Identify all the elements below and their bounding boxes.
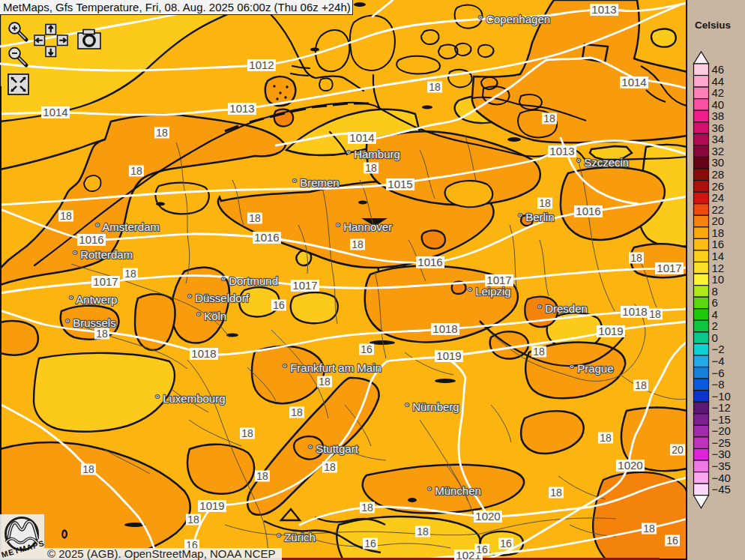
svg-text:46: 46 — [712, 63, 725, 76]
svg-text:° Frankfurt am Main: ° Frankfurt am Main — [283, 361, 381, 374]
svg-text:16: 16 — [476, 544, 488, 556]
svg-text:18: 18 — [429, 81, 441, 93]
svg-text:1014: 1014 — [43, 106, 67, 118]
svg-text:16: 16 — [666, 535, 678, 547]
svg-text:44: 44 — [712, 75, 725, 88]
svg-text:10: 10 — [712, 273, 725, 286]
svg-text:1018: 1018 — [432, 322, 457, 335]
svg-text:40: 40 — [712, 98, 725, 111]
svg-text:6: 6 — [712, 296, 718, 309]
svg-text:° Leipzig: ° Leipzig — [468, 285, 511, 298]
svg-text:° Brussels: ° Brussels — [65, 316, 116, 329]
svg-text:38: 38 — [712, 109, 725, 122]
svg-text:° Copenhagen: ° Copenhagen — [478, 13, 550, 25]
svg-text:° Luxembourg: ° Luxembourg — [155, 392, 226, 405]
svg-text:18: 18 — [365, 162, 377, 174]
svg-text:° Dortmund: ° Dortmund — [221, 274, 278, 287]
svg-text:° Zürich: ° Zürich — [277, 531, 316, 544]
svg-text:18: 18 — [96, 328, 108, 340]
svg-text:12: 12 — [712, 262, 725, 274]
svg-text:1019: 1019 — [199, 499, 224, 512]
svg-text:−40: −40 — [712, 472, 731, 484]
svg-text:18: 18 — [82, 463, 94, 475]
svg-text:° München: ° München — [427, 484, 481, 497]
svg-text:−45: −45 — [712, 483, 731, 496]
svg-text:24: 24 — [712, 191, 725, 204]
svg-text:1016: 1016 — [79, 233, 103, 246]
svg-text:18: 18 — [635, 379, 647, 391]
svg-text:1019: 1019 — [436, 349, 461, 362]
svg-text:° Antwerp: ° Antwerp — [69, 293, 117, 306]
svg-text:° Dresden: ° Dresden — [537, 302, 588, 315]
svg-text:18: 18 — [60, 210, 72, 222]
svg-text:1016: 1016 — [417, 256, 442, 268]
svg-text:18: 18 — [600, 432, 612, 444]
svg-text:18: 18 — [291, 406, 303, 418]
svg-text:8: 8 — [712, 285, 718, 298]
svg-text:18: 18 — [550, 487, 562, 499]
svg-text:30: 30 — [712, 156, 725, 169]
svg-text:22: 22 — [712, 203, 725, 216]
svg-text:−20: −20 — [712, 424, 731, 437]
svg-text:1020: 1020 — [618, 459, 642, 472]
svg-text:1018: 1018 — [622, 305, 647, 318]
svg-text:1015: 1015 — [387, 178, 412, 190]
svg-text:16: 16 — [364, 538, 376, 550]
svg-text:18: 18 — [361, 502, 373, 514]
svg-text:16: 16 — [500, 538, 512, 550]
svg-text:16: 16 — [712, 238, 725, 250]
svg-text:34: 34 — [712, 133, 725, 145]
svg-text:18: 18 — [130, 165, 142, 177]
svg-text:20: 20 — [712, 214, 725, 227]
svg-text:−25: −25 — [712, 436, 731, 449]
svg-text:18: 18 — [187, 514, 199, 526]
svg-text:18: 18 — [249, 212, 261, 224]
svg-text:26: 26 — [712, 180, 725, 193]
svg-text:° Berlin: ° Berlin — [518, 211, 555, 223]
svg-text:° Amsterdam: ° Amsterdam — [95, 220, 160, 233]
svg-text:18: 18 — [643, 523, 655, 535]
svg-text:° Nürnberg: ° Nürnberg — [405, 400, 459, 413]
svg-text:1013: 1013 — [591, 3, 616, 16]
svg-text:° Szczecin: ° Szczecin — [576, 156, 629, 169]
svg-text:18: 18 — [156, 127, 168, 139]
svg-text:1017: 1017 — [292, 279, 317, 292]
svg-text:18: 18 — [417, 526, 429, 538]
svg-text:° Hamburg: ° Hamburg — [346, 148, 400, 160]
svg-text:18: 18 — [256, 470, 268, 482]
svg-text:−12: −12 — [712, 401, 731, 414]
svg-text:18: 18 — [124, 268, 136, 280]
svg-text:36: 36 — [712, 121, 725, 134]
svg-text:1014: 1014 — [621, 76, 646, 88]
svg-text:18: 18 — [712, 226, 725, 239]
svg-text:1018: 1018 — [191, 347, 216, 360]
svg-text:−2: −2 — [712, 343, 725, 355]
svg-text:20: 20 — [672, 444, 684, 456]
svg-text:0: 0 — [712, 331, 718, 344]
svg-text:2: 2 — [712, 319, 718, 332]
svg-text:° Prague: ° Prague — [570, 362, 614, 375]
svg-text:4: 4 — [712, 308, 718, 321]
svg-text:18: 18 — [539, 197, 551, 209]
svg-text:1019: 1019 — [598, 325, 623, 337]
svg-text:18: 18 — [630, 252, 642, 264]
svg-text:18: 18 — [352, 238, 364, 250]
svg-text:18: 18 — [324, 461, 336, 473]
svg-text:−6: −6 — [712, 367, 725, 379]
svg-text:16: 16 — [273, 299, 285, 311]
svg-text:1012: 1012 — [249, 58, 274, 71]
svg-text:18: 18 — [649, 308, 661, 320]
svg-text:° Stuttgart: ° Stuttgart — [308, 442, 359, 455]
svg-text:−35: −35 — [712, 460, 731, 472]
svg-text:16: 16 — [361, 343, 372, 355]
svg-text:32: 32 — [712, 145, 725, 157]
svg-text:° Düsseldorf: ° Düsseldorf — [187, 292, 250, 304]
svg-text:1017: 1017 — [657, 262, 681, 274]
svg-text:° Bremen: ° Bremen — [292, 176, 340, 189]
svg-text:14: 14 — [712, 250, 725, 262]
svg-text:−15: −15 — [712, 413, 731, 426]
svg-text:° Köln: ° Köln — [196, 310, 226, 322]
svg-text:1020: 1020 — [475, 510, 500, 523]
svg-text:1014: 1014 — [349, 131, 374, 144]
svg-text:1016: 1016 — [254, 231, 279, 244]
